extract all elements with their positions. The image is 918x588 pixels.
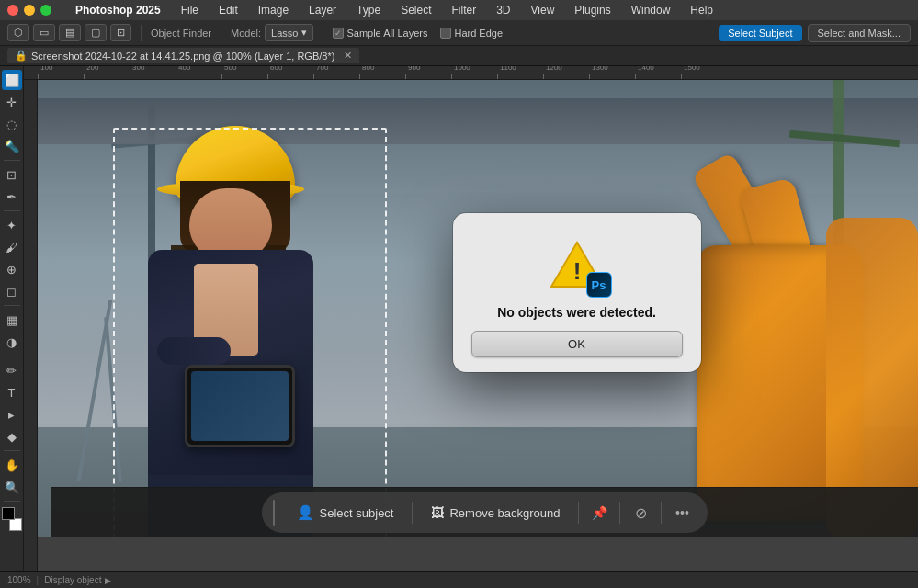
worker-arm	[157, 337, 231, 365]
pin-button[interactable]: 📌	[584, 498, 614, 527]
model-value: Lasso	[271, 28, 298, 39]
options-toolbar: ⬡ ▭ ▤ ▢ ⊡ Object Finder Model: Lasso ▾ ✓…	[0, 20, 918, 46]
tool-brush[interactable]: 🖌	[2, 237, 22, 257]
tool-zoom[interactable]: 🔍	[2, 477, 22, 497]
hard-edge-checkbox[interactable]: Hard Edge	[440, 28, 503, 39]
ruler-tick	[405, 74, 451, 79]
ruler-tick	[589, 74, 635, 79]
tool-shape[interactable]: ◆	[2, 426, 22, 447]
ruler-vertical	[24, 80, 38, 588]
document-tab[interactable]: 🔒 Screenshot 2024-10-22 at 14.41.25.png …	[7, 48, 359, 63]
block-button[interactable]: ⊘	[626, 498, 655, 527]
minimize-button[interactable]	[24, 5, 35, 16]
tool-dodge[interactable]: ◑	[2, 332, 22, 352]
status-arrow[interactable]: ▶	[105, 576, 111, 585]
sample-all-layers-checkbox[interactable]: ✓ Sample All Layers	[333, 28, 427, 39]
menu-app-name[interactable]: Photoshop 2025	[72, 2, 164, 18]
foreground-color-swatch[interactable]	[2, 507, 15, 520]
toolbar-tool-subtract[interactable]: ▢	[85, 24, 107, 41]
menu-bar: Photoshop 2025 File Edit Image Layer Typ…	[0, 0, 918, 20]
tool-pen[interactable]: ✏	[2, 360, 22, 380]
tool-magic-wand[interactable]: 🔦	[2, 136, 22, 156]
menu-view[interactable]: View	[527, 2, 559, 18]
select-mask-button[interactable]: Select and Mask...	[808, 24, 912, 42]
ruler-tick	[681, 74, 727, 79]
tool-divider-5	[4, 450, 20, 451]
menu-plugins[interactable]: Plugins	[571, 2, 614, 18]
menu-select[interactable]: Select	[397, 2, 435, 18]
tool-clone[interactable]: ⊕	[2, 259, 22, 279]
more-icon: •••	[675, 505, 689, 520]
menu-edit[interactable]: Edit	[215, 2, 242, 18]
menu-3d[interactable]: 3D	[493, 2, 514, 18]
ruler-tick	[176, 74, 221, 79]
tool-divider-2	[4, 210, 20, 211]
select-subject-icon: 👤	[297, 504, 314, 521]
dialog-ok-button[interactable]: OK	[471, 331, 683, 357]
bottom-bar-left-divider	[273, 500, 275, 526]
tool-lasso[interactable]: ◌	[2, 114, 22, 134]
tool-eyedropper[interactable]: ✒	[2, 187, 22, 207]
worker-figure	[111, 126, 387, 537]
menu-layer[interactable]: Layer	[305, 2, 340, 18]
ruler-tick	[543, 74, 589, 79]
toolbar-tool-lasso[interactable]: ⬡	[7, 24, 29, 41]
dialog-icon-area: ! Ps	[548, 235, 606, 294]
ps-badge-text: Ps	[592, 278, 606, 292]
hard-edge-box[interactable]	[440, 28, 451, 39]
tool-path-select[interactable]: ▸	[2, 404, 22, 424]
sample-layers-label: Sample All Layers	[346, 28, 427, 39]
menu-image[interactable]: Image	[255, 2, 292, 18]
ruler-tick	[451, 74, 497, 79]
remove-bg-label: Remove background	[449, 506, 560, 520]
tool-healing[interactable]: ✦	[2, 215, 22, 235]
tool-divider-3	[4, 305, 20, 306]
sample-layers-box[interactable]: ✓	[333, 28, 344, 39]
ruler-tick	[359, 74, 405, 79]
ruler-tick	[221, 74, 267, 79]
toolbar-tools: ⬡ ▭ ▤ ▢ ⊡	[7, 24, 131, 41]
menu-file[interactable]: File	[177, 2, 202, 18]
model-dropdown[interactable]: Lasso ▾	[265, 24, 313, 41]
background-color-swatch[interactable]	[9, 518, 22, 531]
menu-help[interactable]: Help	[686, 2, 717, 18]
bottom-action-bar: 👤 Select subject 🖼 Remove background	[51, 487, 918, 537]
maximize-button[interactable]	[40, 5, 51, 16]
tool-move[interactable]: ✛	[2, 92, 22, 112]
ruler-tick	[635, 74, 681, 79]
tool-hand[interactable]: ✋	[2, 455, 22, 475]
bottom-btn-divider-1	[412, 502, 413, 524]
select-subject-button[interactable]: Select Subject	[719, 25, 801, 41]
menu-type[interactable]: Type	[353, 2, 384, 18]
select-subject-label: Select subject	[320, 506, 394, 520]
tool-marquee[interactable]: ⬜	[2, 70, 22, 90]
toolbar-tool-select[interactable]: ▭	[33, 24, 55, 41]
tool-crop[interactable]: ⊡	[2, 164, 22, 185]
tab-title: Screenshot 2024-10-22 at 14.41.25.png @ …	[31, 51, 334, 62]
menu-filter[interactable]: Filter	[448, 2, 480, 18]
ruler-tick	[313, 74, 359, 79]
tool-gradient[interactable]: ▦	[2, 310, 22, 330]
tool-eraser[interactable]: ◻	[2, 281, 22, 301]
toolbar-tool-add[interactable]: ▤	[59, 24, 81, 41]
canvas-area[interactable]: 👤 Select subject 🖼 Remove background	[24, 66, 918, 588]
select-subject-bottom-btn[interactable]: 👤 Select subject	[284, 499, 407, 526]
more-options-button[interactable]: •••	[667, 498, 697, 527]
remove-bg-icon: 🖼	[431, 505, 444, 520]
menu-window[interactable]: Window	[628, 2, 674, 18]
close-button[interactable]	[7, 5, 18, 16]
tool-divider-1	[4, 160, 20, 161]
tool-divider-6	[4, 501, 20, 502]
ruler-horizontal	[24, 66, 918, 80]
remove-background-btn[interactable]: 🖼 Remove background	[418, 500, 572, 526]
bottom-btn-divider-3	[619, 502, 620, 524]
hard-edge-label: Hard Edge	[454, 28, 503, 39]
color-swatches[interactable]	[2, 507, 22, 531]
tab-close-icon[interactable]: ✕	[344, 50, 352, 62]
tool-type[interactable]: T	[2, 382, 22, 402]
toolbar-tool-intersect[interactable]: ⊡	[110, 24, 131, 41]
zoom-level: 100%	[7, 575, 31, 585]
status-bar: 100% | Display object ▶	[0, 571, 918, 588]
tool-divider-4	[4, 356, 20, 356]
toolbar-divider-2	[221, 25, 221, 41]
